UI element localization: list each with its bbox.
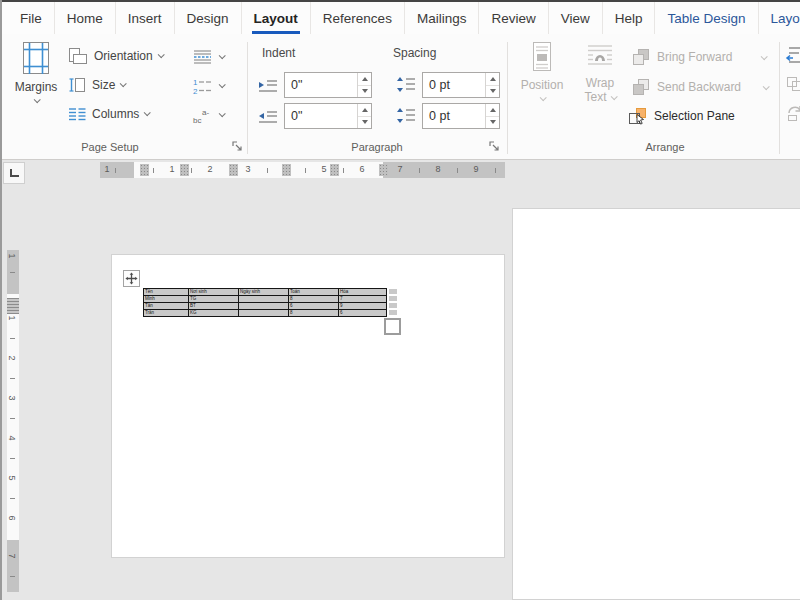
- table-cell[interactable]: 6: [289, 303, 338, 309]
- indent-section-label: Indent: [262, 46, 295, 60]
- ruler-number: 7: [397, 164, 402, 174]
- table-cell[interactable]: [239, 296, 288, 302]
- table-cell[interactable]: 8: [289, 296, 338, 302]
- margins-button[interactable]: Margins: [8, 41, 64, 135]
- page-2[interactable]: [512, 208, 800, 600]
- columns-button[interactable]: Columns: [68, 102, 149, 125]
- menu-tab-help[interactable]: Help: [602, 2, 655, 34]
- table-column-marker[interactable]: [282, 164, 291, 176]
- rotate-objects-button[interactable]: [785, 104, 800, 122]
- vertical-ruler[interactable]: 11234567: [7, 250, 19, 592]
- table-cell[interactable]: 6: [339, 310, 386, 316]
- table-cell[interactable]: [239, 310, 288, 316]
- indent-right-decrement[interactable]: [358, 117, 371, 129]
- table-header-cell[interactable]: Toán: [289, 289, 338, 295]
- table-cell[interactable]: TG: [189, 296, 238, 302]
- svg-text:bc: bc: [193, 115, 201, 123]
- table-header-cell[interactable]: Tên: [144, 289, 188, 295]
- table-column-marker[interactable]: [330, 164, 339, 176]
- horizontal-ruler[interactable]: 1123456789: [100, 162, 505, 178]
- indent-right-increment[interactable]: [358, 104, 371, 117]
- ruler-number: 5: [321, 164, 326, 174]
- document-table[interactable]: TênNơi sinhNgày sinhToánHóaMinhTG87TânBT…: [143, 288, 387, 317]
- breaks-icon: [192, 49, 213, 65]
- spacing-after-increment[interactable]: [486, 104, 499, 117]
- group-separator: [507, 42, 508, 154]
- spacing-after-value: 0 pt: [423, 104, 485, 128]
- spacing-after-input[interactable]: 0 pt: [422, 103, 500, 129]
- menu-tab-file[interactable]: File: [8, 2, 54, 34]
- menu-tab-mailings[interactable]: Mailings: [404, 2, 479, 34]
- ruler-number: 1: [7, 315, 17, 320]
- send-backward-button[interactable]: Send Backward: [632, 75, 774, 99]
- size-button[interactable]: Size: [68, 73, 125, 96]
- table-cell[interactable]: [239, 303, 288, 309]
- spacing-before-input[interactable]: 0 pt: [422, 72, 500, 98]
- group-objects-button[interactable]: [785, 75, 800, 93]
- menu-tab-layout[interactable]: Layout: [241, 2, 310, 34]
- indent-left-increment[interactable]: [358, 73, 371, 86]
- group-separator: [779, 42, 780, 154]
- arrange-group-label: Arrange: [595, 141, 735, 153]
- menu-tab-references[interactable]: References: [310, 2, 404, 34]
- table-column-marker[interactable]: [229, 164, 238, 176]
- rotate-icon: [785, 104, 800, 122]
- table-header-cell[interactable]: Ngày sinh: [239, 289, 288, 295]
- move-cross-icon: [125, 272, 138, 285]
- menu-tab-review[interactable]: Review: [478, 2, 547, 34]
- table-header-cell[interactable]: Hóa: [339, 289, 386, 295]
- spacing-before-decrement[interactable]: [486, 86, 499, 98]
- menu-tab-layout[interactable]: Layout: [758, 2, 800, 34]
- menu-tab-label: Table Design: [667, 11, 745, 26]
- table-cell[interactable]: Minh: [144, 296, 188, 302]
- table-move-handle[interactable]: [123, 270, 140, 287]
- page-setup-group-label: Page Setup: [40, 141, 180, 153]
- table-header-cell[interactable]: Nơi sinh: [189, 289, 238, 295]
- ruler-tick: [343, 168, 344, 173]
- table-column-marker[interactable]: [379, 164, 388, 176]
- indent-left-input[interactable]: 0": [284, 72, 372, 98]
- table-column-marker[interactable]: [180, 164, 189, 176]
- table-cell[interactable]: 9: [339, 303, 386, 309]
- paragraph-group-label: Paragraph: [307, 141, 447, 153]
- position-button[interactable]: Position: [514, 41, 570, 135]
- menu-tab-label: References: [323, 11, 392, 26]
- menu-tab-view[interactable]: View: [548, 2, 602, 34]
- table-cell[interactable]: KG: [189, 310, 238, 316]
- menu-tab-home[interactable]: Home: [54, 2, 115, 34]
- table-cell[interactable]: 7: [339, 296, 386, 302]
- table-cell[interactable]: Tân: [144, 303, 188, 309]
- align-objects-button[interactable]: [785, 46, 800, 64]
- margins-icon: [20, 41, 52, 75]
- table-cell[interactable]: BT: [189, 303, 238, 309]
- chevron-down-icon: [610, 93, 617, 100]
- hyphenation-button[interactable]: a- bc: [192, 103, 224, 126]
- menu-tab-table-design[interactable]: Table Design: [654, 2, 757, 34]
- page-setup-dialog-launcher[interactable]: [231, 140, 245, 154]
- line-numbers-button[interactable]: 1 2: [192, 74, 224, 97]
- tab-stop-selector[interactable]: [3, 162, 25, 184]
- table-cell[interactable]: 8: [289, 310, 338, 316]
- wrap-text-icon: [585, 41, 615, 71]
- table-cell[interactable]: Trân: [144, 310, 188, 316]
- menu-tab-insert[interactable]: Insert: [115, 2, 174, 34]
- wrap-text-button[interactable]: Wrap Text: [572, 41, 628, 135]
- indent-left-decrement[interactable]: [358, 86, 371, 98]
- table-row-marker[interactable]: [7, 298, 19, 314]
- indent-right-input[interactable]: 0": [284, 103, 372, 129]
- breaks-button[interactable]: [192, 45, 224, 68]
- margins-label: Margins: [15, 80, 58, 94]
- paragraph-dialog-launcher[interactable]: [488, 140, 502, 154]
- orientation-button[interactable]: Orientation: [68, 44, 163, 67]
- ruler-number: 3: [245, 164, 250, 174]
- spacing-after-decrement[interactable]: [486, 117, 499, 129]
- spacing-before-increment[interactable]: [486, 73, 499, 86]
- orientation-icon: [68, 47, 88, 65]
- left-tab-icon: [10, 169, 19, 177]
- table-resize-handle[interactable]: [384, 318, 401, 335]
- bring-forward-button[interactable]: Bring Forward: [632, 45, 774, 69]
- menu-tab-design[interactable]: Design: [174, 2, 241, 34]
- selection-pane-button[interactable]: Selection Pane: [628, 104, 770, 128]
- table-column-marker[interactable]: [140, 164, 149, 176]
- ruler-number: 1: [7, 253, 17, 258]
